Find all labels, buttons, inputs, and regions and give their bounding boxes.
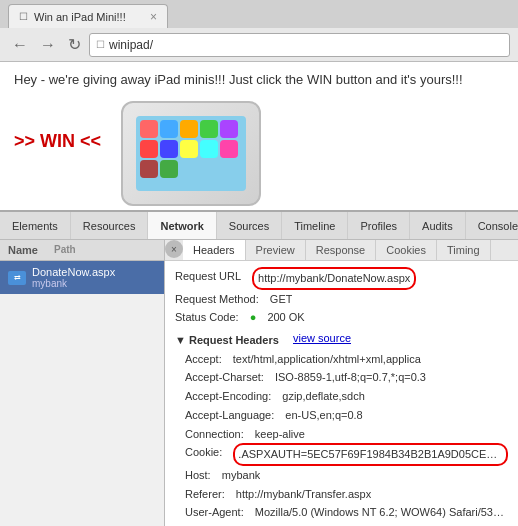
tab-network[interactable]: Network <box>148 212 216 239</box>
accept-charset-label: Accept-Charset: <box>185 368 264 387</box>
ipad-screen <box>136 116 246 191</box>
accept-encoding-row: Accept-Encoding: gzip,deflate,sdch <box>185 387 508 406</box>
app-icon <box>140 160 158 178</box>
tab-icon: ☐ <box>19 11 28 22</box>
accept-encoding-label: Accept-Encoding: <box>185 387 271 406</box>
devtools-panel: Elements Resources Network Sources Timel… <box>0 210 518 526</box>
details-tab-bar: × Headers Preview Response Cookies Timin… <box>165 240 518 261</box>
req-headers-row: ▼ Request Headers view source <box>175 329 508 350</box>
accept-encoding-value: gzip,deflate,sdch <box>282 387 365 406</box>
file-name: DonateNow.aspx <box>32 266 115 278</box>
win-button[interactable]: >> WIN << <box>14 131 101 152</box>
request-url-row: Request URL http://mybank/DonateNow.aspx <box>175 267 508 290</box>
address-text: winipad/ <box>109 38 503 52</box>
ipad-image <box>121 101 261 206</box>
accept-value: text/html,application/xhtml+xml,applica <box>233 350 421 369</box>
tab-bar: ☐ Win an iPad Mini!!! × <box>0 0 518 28</box>
details-panel: × Headers Preview Response Cookies Timin… <box>165 240 518 526</box>
tab-title: Win an iPad Mini!!! <box>34 11 144 23</box>
devtools-body: Name Path ⇄ DonateNow.aspx mybank × <box>0 240 518 526</box>
cookie-value: .ASPXAUTH=5EC57F69F1984B34B2B1A9D05CED45… <box>233 443 508 466</box>
forward-button[interactable]: → <box>36 34 60 56</box>
path-header: Path <box>54 244 76 256</box>
ipad-section: >> WIN << <box>0 101 518 210</box>
app-icon <box>160 160 178 178</box>
accept-label: Accept: <box>185 350 222 369</box>
method-label: Request Method: <box>175 290 259 309</box>
headers-detail-indent: Accept: text/html,application/xhtml+xml,… <box>175 350 508 522</box>
cookie-row: Cookie: .ASPXAUTH=5EC57F69F1984B34B2B1A9… <box>185 443 508 466</box>
detail-tab-response[interactable]: Response <box>306 240 377 260</box>
file-subname: mybank <box>32 278 115 289</box>
app-icon <box>160 140 178 158</box>
referer-value: http://mybank/Transfer.aspx <box>236 485 371 504</box>
app-icon <box>200 140 218 158</box>
address-bar[interactable]: ☐ winipad/ <box>89 33 510 57</box>
app-icon <box>160 120 178 138</box>
app-icon <box>180 120 198 138</box>
detail-tab-cookies[interactable]: Cookies <box>376 240 437 260</box>
detail-tab-timing[interactable]: Timing <box>437 240 491 260</box>
referer-row: Referer: http://mybank/Transfer.aspx <box>185 485 508 504</box>
app-icon <box>220 120 238 138</box>
status-value: 200 OK <box>267 308 304 327</box>
page-icon: ☐ <box>96 39 105 50</box>
ua-row: User-Agent: Mozilla/5.0 (Windows NT 6.2;… <box>185 503 508 522</box>
tab-console[interactable]: Console <box>466 212 518 239</box>
app-icon <box>140 140 158 158</box>
file-panel: Name Path ⇄ DonateNow.aspx mybank <box>0 240 165 526</box>
ua-value: Mozilla/5.0 (Windows NT 6.2; WOW64) Safa… <box>255 503 508 522</box>
details-content: Request URL http://mybank/DonateNow.aspx… <box>165 261 518 526</box>
req-headers-label: ▼ Request Headers <box>175 331 279 350</box>
file-item-donatenow[interactable]: ⇄ DonateNow.aspx mybank <box>0 261 164 294</box>
status-row: Status Code: ● 200 OK <box>175 308 508 327</box>
app-icon <box>140 120 158 138</box>
tab-elements[interactable]: Elements <box>0 212 71 239</box>
tab-sources[interactable]: Sources <box>217 212 282 239</box>
devtools-tab-bar: Elements Resources Network Sources Timel… <box>0 212 518 240</box>
nav-bar: ← → ↻ ☐ winipad/ <box>0 28 518 62</box>
status-label: Status Code: <box>175 308 239 327</box>
cookie-label: Cookie: <box>185 443 222 466</box>
host-label: Host: <box>185 466 211 485</box>
page-content: Hey - we're giving away iPad minis!!! Ju… <box>0 62 518 526</box>
tab-audits[interactable]: Audits <box>410 212 466 239</box>
name-header: Name <box>8 244 38 256</box>
referer-label: Referer: <box>185 485 225 504</box>
app-icon <box>200 120 218 138</box>
detail-tab-headers[interactable]: Headers <box>183 240 246 260</box>
tab-close-button[interactable]: × <box>150 10 157 24</box>
file-type-icon: ⇄ <box>8 271 26 285</box>
accept-language-value: en-US,en;q=0.8 <box>285 406 362 425</box>
browser-frame: ☐ Win an iPad Mini!!! × ← → ↻ ☐ winipad/… <box>0 0 518 526</box>
status-dot: ● <box>250 308 257 327</box>
connection-value: keep-alive <box>255 425 305 444</box>
connection-row: Connection: keep-alive <box>185 425 508 444</box>
close-panel-button[interactable]: × <box>165 240 183 258</box>
host-value: mybank <box>222 466 261 485</box>
file-name-wrap: DonateNow.aspx mybank <box>32 266 115 289</box>
request-url-value: http://mybank/DonateNow.aspx <box>252 267 416 290</box>
view-source-link[interactable]: view source <box>293 329 351 350</box>
app-icon <box>180 140 198 158</box>
host-row: Host: mybank <box>185 466 508 485</box>
app-icon <box>220 140 238 158</box>
ua-label: User-Agent: <box>185 503 244 522</box>
tab-resources[interactable]: Resources <box>71 212 149 239</box>
method-value: GET <box>270 290 293 309</box>
accept-language-label: Accept-Language: <box>185 406 274 425</box>
connection-label: Connection: <box>185 425 244 444</box>
tab-profiles[interactable]: Profiles <box>348 212 410 239</box>
browser-tab[interactable]: ☐ Win an iPad Mini!!! × <box>8 4 168 28</box>
accept-row: Accept: text/html,application/xhtml+xml,… <box>185 350 508 369</box>
webpage-main-text: Hey - we're giving away iPad minis!!! Ju… <box>14 72 504 87</box>
back-button[interactable]: ← <box>8 34 32 56</box>
file-panel-header: Name Path <box>0 240 164 261</box>
request-url-label: Request URL <box>175 267 241 290</box>
refresh-button[interactable]: ↻ <box>64 33 85 56</box>
detail-tab-preview[interactable]: Preview <box>246 240 306 260</box>
accept-charset-value: ISO-8859-1,utf-8;q=0.7,*;q=0.3 <box>275 368 426 387</box>
tab-timeline[interactable]: Timeline <box>282 212 348 239</box>
method-row: Request Method: GET <box>175 290 508 309</box>
accept-charset-row: Accept-Charset: ISO-8859-1,utf-8;q=0.7,*… <box>185 368 508 387</box>
